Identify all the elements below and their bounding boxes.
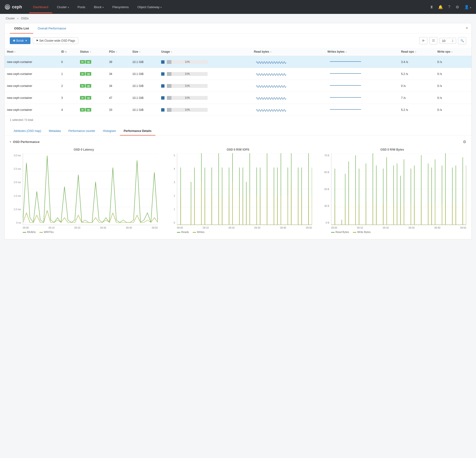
- cell-pgs: 39: [107, 56, 130, 68]
- panel-bytes: OSD 0 R/W Bytes 70 B60 B50 B40 B0 B 09:0…: [318, 148, 466, 233]
- subtab-metadata[interactable]: Metadata: [45, 127, 65, 136]
- cell-status: in up: [77, 56, 107, 68]
- subtab-attributes[interactable]: Attributes (OSD map): [10, 127, 45, 136]
- col-read-bytes[interactable]: Read bytes≡: [251, 48, 325, 56]
- panel-iops: OSD 0 R/W IOPS 543210 09:0009:1009:2009:…: [164, 148, 312, 233]
- notifications-icon[interactable]: 🔔: [438, 5, 443, 9]
- subtab-histogram[interactable]: Histogram: [99, 127, 120, 136]
- tasks-icon[interactable]: ⧗: [430, 5, 433, 9]
- user-icon[interactable]: 👤 ▾: [464, 5, 471, 9]
- nav-item-filesystems[interactable]: Filesystems: [109, 1, 133, 13]
- col-read-ops[interactable]: Read ops≡: [399, 48, 435, 56]
- col-size[interactable]: Size≡: [130, 48, 159, 56]
- cell-size: 10.1 GiB: [130, 68, 159, 80]
- help-icon[interactable]: ?: [448, 5, 450, 9]
- search-button[interactable]: 🔍: [458, 37, 466, 44]
- subtab-perf-counter[interactable]: Performance counter: [65, 127, 99, 136]
- cell-id: 1: [59, 68, 77, 80]
- panel-latency-plot: [23, 153, 158, 225]
- usage-bar: 11%: [167, 108, 208, 112]
- panel-bytes-xaxis: 09:0009:1009:2009:3009:4009:50: [331, 227, 466, 229]
- col-status[interactable]: Status≡: [77, 48, 107, 56]
- status-badge-up: up: [85, 84, 91, 88]
- panel-latency-title: OSD 0 Latency: [10, 148, 158, 151]
- table-row[interactable]: new-ceph-container 1 in up 34 10.1 GiB 1…: [5, 68, 471, 80]
- table-row[interactable]: new-ceph-container 0 in up 39 10.1 GiB 1…: [5, 56, 471, 68]
- cell-write-ops: 0 /s: [435, 104, 471, 116]
- tab-osds-list[interactable]: OSDs List: [10, 23, 33, 34]
- cell-host: new-ceph-container: [5, 80, 59, 92]
- usage-bar: 11%: [167, 60, 208, 64]
- usage-bar: 11%: [167, 72, 208, 76]
- chevron-down-icon: ▾: [102, 6, 104, 8]
- set-flags-button[interactable]: ⚑ Set Cluster-wide OSD Flags: [33, 37, 78, 44]
- nav-item-object-gateway[interactable]: Object Gateway▾: [134, 1, 166, 13]
- col-host[interactable]: Host≡: [5, 48, 59, 56]
- cell-read-bytes: [251, 104, 325, 116]
- cell-pgs: 34: [107, 80, 130, 92]
- nav-item-block[interactable]: Block▾: [90, 1, 108, 13]
- col-pgs[interactable]: PGs≡: [107, 48, 130, 56]
- cell-read-bytes: [251, 92, 325, 104]
- status-badge-in: in: [80, 84, 85, 88]
- settings-icon[interactable]: ⚙: [456, 5, 459, 9]
- cell-id: 2: [59, 80, 77, 92]
- breadcrumb: Cluster » OSDs: [0, 14, 476, 23]
- panel-iops-xaxis: 09:0009:1009:2009:3009:4009:50: [177, 227, 312, 229]
- cell-host: new-ceph-container: [5, 68, 59, 80]
- panel-iops-plot: [177, 153, 312, 225]
- close-icon[interactable]: ×: [466, 25, 468, 31]
- nav-item-cluster[interactable]: Cluster▾: [53, 1, 73, 13]
- table-row[interactable]: new-ceph-container 3 in up 47 10.1 GiB 1…: [5, 92, 471, 104]
- gear-icon[interactable]: ⚙: [463, 140, 466, 144]
- cell-read-ops: 5.2 /s: [399, 104, 435, 116]
- cell-usage: 11%: [159, 92, 251, 104]
- nav-item-pools[interactable]: Pools: [74, 1, 89, 13]
- cell-usage: 11%: [159, 68, 251, 80]
- breadcrumb-root[interactable]: Cluster: [6, 17, 15, 20]
- tab-overall-performance[interactable]: Overall Performance: [33, 23, 70, 34]
- nav-utility-icons: ⧗ 🔔 ? ⚙ 👤 ▾: [430, 5, 471, 9]
- cell-read-ops: 7 /s: [399, 92, 435, 104]
- chevron-down-icon: ▼: [25, 40, 27, 42]
- cell-write-ops: 0 /s: [435, 80, 471, 92]
- refresh-button[interactable]: ⟳: [419, 37, 427, 44]
- breadcrumb-leaf: OSDs: [21, 17, 28, 20]
- panel-iops-title: OSD 0 R/W IOPS: [164, 148, 312, 151]
- nav-item-dashboard[interactable]: Dashboard: [29, 1, 52, 13]
- cell-usage: 11%: [159, 104, 251, 116]
- usage-swatch-icon: [161, 96, 164, 100]
- refresh-icon: ⟳: [422, 39, 425, 42]
- status-badge-in: in: [80, 108, 85, 111]
- col-writes-bytes[interactable]: Writes bytes≡: [325, 48, 399, 56]
- columns-button[interactable]: ☷: [429, 37, 437, 44]
- page-size-stepper[interactable]: 10 ▲▼: [439, 38, 456, 44]
- cell-writes-bytes: [325, 80, 399, 92]
- panel-iops-legend: Reads Writes: [177, 230, 312, 233]
- cell-id: 3: [59, 92, 77, 104]
- cell-read-bytes: [251, 56, 325, 68]
- cell-read-ops: 5.2 /s: [399, 68, 435, 80]
- panel-latency: OSD 0 Latency 3.0 ms2.5 ms2.0 ms1.5 ms1.…: [10, 148, 158, 233]
- table-row[interactable]: new-ceph-container 4 in up 33 10.1 GiB 1…: [5, 104, 471, 116]
- panel-latency-xaxis: 09:0009:1009:2009:3009:4009:50: [23, 227, 158, 229]
- scrub-button[interactable]: ✱ Scrub ▼: [10, 37, 30, 44]
- panel-bytes-title: OSD 0 R/W Bytes: [318, 148, 466, 151]
- col-write-ops[interactable]: Write ops≡: [435, 48, 471, 56]
- caret-down-icon[interactable]: ▾: [10, 141, 11, 143]
- cell-writes-bytes: [325, 56, 399, 68]
- table-toolbar: ✱ Scrub ▼ ⚑ Set Cluster-wide OSD Flags ⟳…: [5, 34, 471, 48]
- panel-latency-legend: READs WRITEs: [23, 230, 158, 233]
- cell-host: new-ceph-container: [5, 92, 59, 104]
- col-id[interactable]: ID ⇅: [59, 48, 77, 56]
- cell-status: in up: [77, 68, 107, 80]
- page-size-value: 10: [442, 39, 445, 42]
- cell-writes-bytes: [325, 92, 399, 104]
- col-usage[interactable]: Usage≡: [159, 48, 251, 56]
- subtab-perf-details[interactable]: Performance Details: [120, 127, 155, 136]
- table-row[interactable]: new-ceph-container 2 in up 34 10.1 GiB 1…: [5, 80, 471, 92]
- status-badge-up: up: [85, 108, 91, 111]
- cell-read-bytes: [251, 80, 325, 92]
- stepper-icon: ▲▼: [452, 39, 453, 42]
- cell-status: in up: [77, 80, 107, 92]
